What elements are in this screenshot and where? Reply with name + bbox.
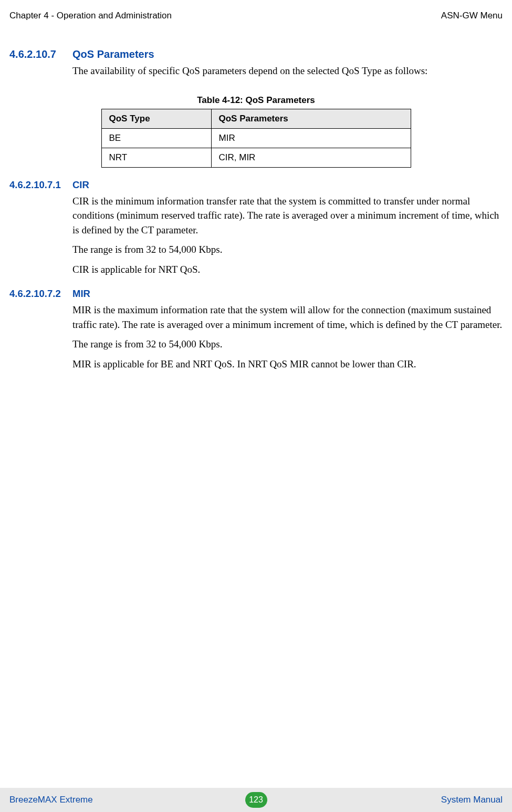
qos-params-intro: The availability of specific QoS paramet… [72, 64, 503, 78]
section-title: QoS Parameters [72, 48, 154, 60]
section-number: 4.6.2.10.7.2 [9, 288, 72, 300]
footer-page-number-badge: 123 [245, 792, 267, 808]
table-header-qos-parameters: QoS Parameters [211, 109, 411, 128]
page-content: 4.6.2.10.7 QoS Parameters The availabili… [0, 21, 512, 371]
section-number: 4.6.2.10.7 [9, 48, 72, 60]
mir-paragraph-3: MIR is applicable for BE and NRT QoS. In… [72, 357, 503, 372]
table-caption: Table 4-12: QoS Parameters [9, 95, 503, 106]
table-cell: BE [101, 128, 211, 148]
table-cell: CIR, MIR [211, 148, 411, 167]
table-cell: MIR [211, 128, 411, 148]
mir-paragraph-1: MIR is the maximum information rate that… [72, 303, 503, 332]
section-qos-parameters-heading: 4.6.2.10.7 QoS Parameters [9, 48, 503, 60]
section-title: MIR [72, 288, 90, 300]
table-cell: NRT [101, 148, 211, 167]
section-cir-heading: 4.6.2.10.7.1 CIR [9, 179, 503, 191]
header-right: ASN-GW Menu [441, 11, 503, 21]
section-title: CIR [72, 179, 89, 191]
page-header: Chapter 4 - Operation and Administration… [0, 0, 512, 21]
cir-paragraph-1: CIR is the minimum information transfer … [72, 194, 503, 238]
footer-page-number: 123 [249, 795, 263, 805]
section-number: 4.6.2.10.7.1 [9, 179, 72, 191]
header-left: Chapter 4 - Operation and Administration [9, 11, 172, 21]
cir-paragraph-3: CIR is applicable for NRT QoS. [72, 262, 503, 277]
footer-right: System Manual [441, 795, 503, 805]
page-footer: BreezeMAX Extreme 123 System Manual [0, 788, 512, 812]
cir-paragraph-2: The range is from 32 to 54,000 Kbps. [72, 242, 503, 257]
section-mir-heading: 4.6.2.10.7.2 MIR [9, 288, 503, 300]
qos-parameters-table: QoS Type QoS Parameters BE MIR NRT CIR, … [101, 109, 411, 168]
footer-left: BreezeMAX Extreme [9, 795, 93, 805]
table-row: BE MIR [101, 128, 411, 148]
mir-paragraph-2: The range is from 32 to 54,000 Kbps. [72, 337, 503, 352]
table-row: NRT CIR, MIR [101, 148, 411, 167]
table-header-qos-type: QoS Type [101, 109, 211, 128]
